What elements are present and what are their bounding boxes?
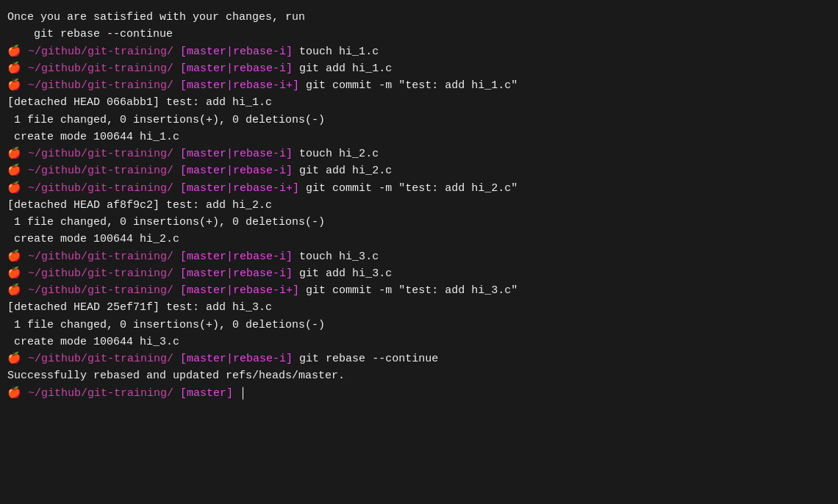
- prompt-path: ~/github/git-training/: [21, 387, 173, 400]
- prompt-path: ~/github/git-training/: [21, 353, 173, 365]
- apple-icon: 🍎: [7, 79, 21, 92]
- branch-name: master|rebase-i: [187, 353, 286, 365]
- terminal-line: create mode 100644 hi_3.c: [7, 334, 831, 350]
- command-text: touch hi_1.c: [293, 46, 379, 58]
- command-text: git commit -m "test: add hi_1.c": [299, 79, 518, 92]
- command-text: git add hi_2.c: [293, 165, 392, 177]
- terminal-line: 🍎 ~/github/git-training/ [master|rebase-…: [7, 77, 831, 94]
- prompt-path: ~/github/git-training/: [21, 267, 173, 280]
- terminal-line: 1 file changed, 0 insertions(+), 0 delet…: [7, 317, 831, 334]
- prompt-path: ~/github/git-training/: [21, 251, 173, 263]
- apple-icon: 🍎: [7, 284, 21, 297]
- terminal-line: 🍎 ~/github/git-training/ [master|rebase-…: [7, 265, 831, 282]
- command-text: git commit -m "test: add hi_3.c": [299, 284, 518, 297]
- command-text: touch hi_2.c: [293, 148, 379, 160]
- branch-name: master: [187, 387, 226, 400]
- command-text: git rebase --continue: [293, 353, 438, 365]
- apple-icon: 🍎: [7, 46, 21, 58]
- prompt-path: ~/github/git-training/: [21, 148, 173, 160]
- apple-icon: 🍎: [7, 165, 21, 177]
- terminal-line: Once you are satisfied with your changes…: [7, 9, 831, 26]
- command-text: git commit -m "test: add hi_2.c": [299, 182, 518, 195]
- apple-icon: 🍎: [7, 148, 21, 160]
- terminal-line: create mode 100644 hi_1.c: [7, 129, 831, 145]
- branch-name: master|rebase-i: [187, 165, 286, 177]
- terminal-line: [detached HEAD 066abb1] test: add hi_1.c: [7, 94, 831, 111]
- terminal-line: [detached HEAD 25ef71f] test: add hi_3.c: [7, 299, 831, 316]
- terminal-line: 🍎 ~/github/git-training/ [master|rebase-…: [7, 282, 831, 299]
- terminal-line: 🍎 ~/github/git-training/ [master|rebase-…: [7, 248, 831, 265]
- terminal-line: 1 file changed, 0 insertions(+), 0 delet…: [7, 112, 831, 129]
- terminal-line: 🍎 ~/github/git-training/ [master|rebase-…: [7, 180, 831, 197]
- terminal-window: Once you are satisfied with your changes…: [7, 6, 831, 405]
- prompt-path: ~/github/git-training/: [21, 79, 173, 92]
- prompt-path: ~/github/git-training/: [21, 165, 173, 177]
- terminal-line: 1 file changed, 0 insertions(+), 0 delet…: [7, 214, 831, 231]
- terminal-line: 🍎 ~/github/git-training/ [master|rebase-…: [7, 43, 831, 60]
- terminal-line: 🍎 ~/github/git-training/ [master|rebase-…: [7, 145, 831, 162]
- prompt-path: ~/github/git-training/: [21, 284, 173, 297]
- apple-icon: 🍎: [7, 251, 21, 263]
- apple-icon: 🍎: [7, 387, 21, 400]
- terminal-line: 🍎 ~/github/git-training/ [master|rebase-…: [7, 60, 831, 77]
- branch-name: master|rebase-i: [187, 267, 286, 280]
- prompt-path: ~/github/git-training/: [21, 62, 173, 75]
- apple-icon: 🍎: [7, 62, 21, 75]
- command-text: git add hi_1.c: [293, 62, 392, 75]
- terminal-line: [detached HEAD af8f9c2] test: add hi_2.c: [7, 197, 831, 214]
- branch-name: master|rebase-i: [187, 251, 286, 263]
- branch-name: master|rebase-i+: [187, 182, 293, 195]
- cursor: │: [233, 387, 246, 400]
- command-text: git add hi_3.c: [293, 267, 392, 280]
- apple-icon: 🍎: [7, 353, 21, 365]
- command-text: touch hi_3.c: [293, 251, 379, 263]
- terminal-line: 🍎 ~/github/git-training/ [master|rebase-…: [7, 162, 831, 179]
- terminal-line: create mode 100644 hi_2.c: [7, 231, 831, 248]
- branch-name: master|rebase-i: [187, 46, 286, 58]
- terminal-line: Successfully rebased and updated refs/he…: [7, 367, 831, 384]
- terminal-line: 🍎 ~/github/git-training/ [master] │: [7, 385, 831, 402]
- apple-icon: 🍎: [7, 267, 21, 280]
- branch-name: master|rebase-i+: [187, 284, 293, 297]
- branch-name: master|rebase-i+: [187, 79, 293, 92]
- terminal-line: 🍎 ~/github/git-training/ [master|rebase-…: [7, 350, 831, 367]
- apple-icon: 🍎: [7, 182, 21, 195]
- terminal-line: git rebase --continue: [7, 26, 831, 43]
- branch-name: master|rebase-i: [187, 148, 286, 160]
- branch-name: master|rebase-i: [187, 62, 286, 75]
- prompt-path: ~/github/git-training/: [21, 182, 173, 195]
- prompt-path: ~/github/git-training/: [21, 46, 173, 58]
